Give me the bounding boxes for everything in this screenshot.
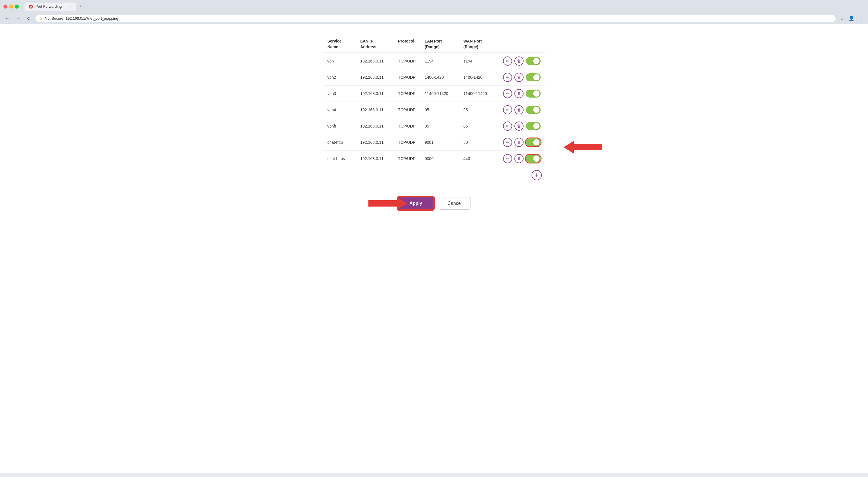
delete-button[interactable]: 🗑 [515, 73, 524, 82]
table-row: vpn3 192.168.0.11 TCP/UDP 11400-11420 11… [323, 86, 545, 102]
toggle-switch[interactable] [526, 122, 540, 130]
cell-wan-port: 80 [459, 135, 498, 151]
close-tab-button[interactable]: × [70, 5, 72, 8]
cell-service-name: vpn4 [323, 102, 355, 118]
cell-protocol: TCP/UDP [394, 53, 420, 69]
add-row-button[interactable]: + [531, 170, 542, 180]
not-secure-label: Not Secure [45, 16, 63, 21]
table-row: vpn 192.168.0.11 TCP/UDP 1194 1194 ✏ 🗑 [323, 53, 545, 69]
window-controls [3, 5, 19, 8]
back-button[interactable]: ← [3, 15, 11, 22]
add-icon: + [535, 172, 539, 179]
header-lan-ip: LAN IP Address [355, 36, 393, 53]
cell-actions: ✏ 🗑 [498, 151, 545, 167]
cell-wan-port: 1400-1420 [459, 69, 498, 86]
cell-lan-port: 11400-11420 [420, 86, 459, 102]
row-actions: ✏ 🗑 [503, 57, 540, 66]
row-actions: ✏ 🗑 [503, 73, 540, 82]
edit-button[interactable]: ✏ [503, 154, 512, 163]
url-display: 192.168.0.1/?net_port_mapping [66, 16, 118, 21]
account-button[interactable]: 👤 [847, 14, 856, 22]
cell-wan-port: 443 [459, 151, 498, 167]
edit-button[interactable]: ✏ [503, 89, 512, 98]
not-secure-icon: ⚠ [39, 17, 42, 21]
cell-protocol: TCP/UDP [394, 151, 420, 167]
toggle-slider [526, 106, 540, 114]
table-row: vpnfr 192.168.0.11 TCP/UDP 85 85 ✏ 🗑 [323, 118, 545, 135]
cell-lan-port: 1400-1420 [420, 69, 459, 86]
cell-protocol: TCP/UDP [394, 135, 420, 151]
toggle-switch[interactable] [526, 57, 540, 65]
address-field[interactable]: ⚠ Not Secure 192.168.0.1/?net_port_mappi… [35, 15, 836, 22]
new-tab-button[interactable]: + [77, 2, 85, 10]
row-actions: ✏ 🗑 [503, 154, 540, 163]
cancel-button[interactable]: Cancel [439, 197, 470, 210]
cell-service-name: vpn3 [323, 86, 355, 102]
toggle-slider [526, 90, 540, 97]
toggle-switch[interactable] [526, 106, 540, 114]
edit-button[interactable]: ✏ [503, 73, 512, 82]
cell-protocol: TCP/UDP [394, 86, 420, 102]
row-actions: ✏ 🗑 [503, 138, 540, 147]
cell-lan-ip: 192.168.0.11 [355, 69, 393, 86]
cell-actions: ✏ 🗑 [498, 135, 545, 151]
delete-button[interactable]: 🗑 [515, 89, 524, 98]
cell-service-name: vpn [323, 53, 355, 69]
toggle-slider [526, 155, 540, 162]
toggle-slider [526, 73, 540, 81]
title-bar: O Port Forwarding × + [0, 0, 868, 13]
delete-button[interactable]: 🗑 [515, 122, 524, 131]
more-button[interactable]: ⋮ [858, 14, 865, 22]
toggle-slider [526, 57, 540, 65]
table-row: chat-http 192.168.0.11 TCP/UDP 9001 80 ✏… [323, 135, 545, 151]
maximize-window-button[interactable] [15, 5, 19, 8]
cell-actions: ✏ 🗑 [498, 102, 545, 118]
tab-bar: O Port Forwarding × + [21, 2, 88, 10]
cell-lan-ip: 192.168.0.11 [355, 102, 393, 118]
cell-actions: ✏ 🗑 [498, 86, 545, 102]
apply-button[interactable]: Apply [398, 197, 434, 210]
toggle-switch[interactable] [526, 73, 540, 81]
bookmark-button[interactable]: ☆ [839, 14, 845, 22]
arrow-body-1 [574, 144, 602, 150]
active-tab[interactable]: O Port Forwarding × [25, 3, 76, 10]
delete-button[interactable]: 🗑 [515, 57, 524, 66]
arrow-body-apply [368, 200, 397, 207]
delete-button[interactable]: 🗑 [515, 154, 524, 163]
arrow-to-toggles [563, 141, 602, 153]
toggle-slider [526, 138, 540, 146]
cell-lan-ip: 192.168.0.11 [355, 135, 393, 151]
delete-button[interactable]: 🗑 [515, 105, 524, 114]
footer-divider [317, 184, 551, 184]
cell-lan-port: 1194 [420, 53, 459, 69]
cell-service-name: vpnfr [323, 118, 355, 135]
close-window-button[interactable] [3, 5, 7, 8]
cell-wan-port: 95 [459, 102, 498, 118]
edit-button[interactable]: ✏ [503, 138, 512, 147]
toggle-switch[interactable] [526, 90, 540, 97]
edit-button[interactable]: ✏ [503, 57, 512, 66]
forward-button[interactable]: → [14, 15, 22, 22]
address-actions: ☆ 👤 ⋮ [839, 14, 865, 22]
cell-lan-port: 9000 [420, 151, 459, 167]
edit-button[interactable]: ✏ [503, 105, 512, 114]
refresh-button[interactable]: ↻ [25, 14, 32, 22]
table-body: vpn 192.168.0.11 TCP/UDP 1194 1194 ✏ 🗑 v… [323, 53, 545, 167]
cell-actions: ✏ 🗑 [498, 53, 545, 69]
page-content: Service Name LAN IP Address Protocol LAN… [0, 24, 868, 473]
cell-lan-port: 9001 [420, 135, 459, 151]
toggle-slider [526, 122, 540, 130]
toggle-switch[interactable] [526, 155, 540, 162]
edit-button[interactable]: ✏ [503, 122, 512, 131]
cell-lan-ip: 192.168.0.11 [355, 86, 393, 102]
cell-service-name: chat-https [323, 151, 355, 167]
minimize-window-button[interactable] [9, 5, 13, 8]
toggle-switch[interactable] [526, 138, 540, 146]
cell-wan-port: 11400-11420 [459, 86, 498, 102]
tab-title: Port Forwarding [35, 4, 62, 8]
table-row: chat-https 192.168.0.11 TCP/UDP 9000 443… [323, 151, 545, 167]
header-actions [498, 36, 545, 53]
delete-button[interactable]: 🗑 [515, 138, 524, 147]
cell-protocol: TCP/UDP [394, 118, 420, 135]
header-wan-port: WAN Port (Range) [459, 36, 498, 53]
